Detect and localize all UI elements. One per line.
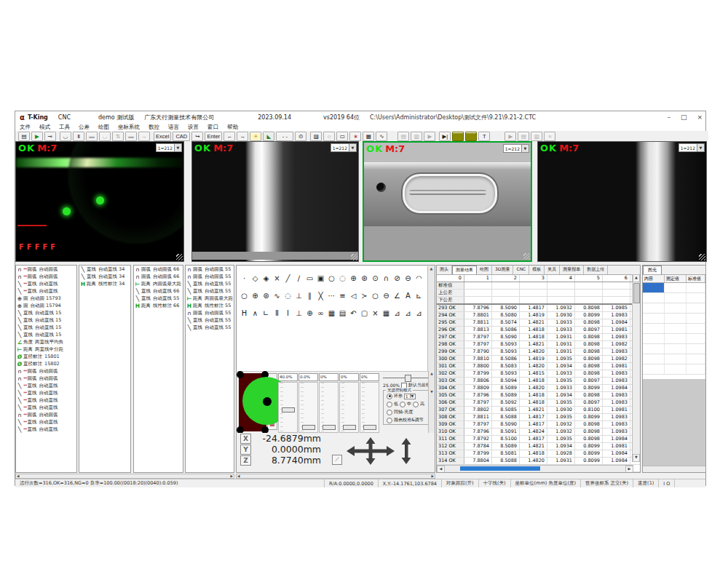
tool-icon-r3-2[interactable]: ∧: [250, 308, 261, 319]
tool-icon-r1-5[interactable]: ╱: [282, 273, 293, 284]
tool-icon-r3-5[interactable]: I: [282, 308, 293, 319]
tool-icon-r1-8[interactable]: ▣: [315, 273, 326, 284]
result-row-301[interactable]: 301 OK7.88008.50831.48201.09340.80981.09…: [437, 363, 640, 370]
step-button[interactable]: →: [138, 132, 150, 141]
pause-button[interactable]: ▮▮: [465, 132, 477, 141]
tab-2[interactable]: 测量结果: [452, 266, 477, 274]
measure-item[interactable]: H距离线性标注66: [134, 302, 183, 309]
resize-grip[interactable]: [176, 254, 183, 260]
result-row-295[interactable]: 295 OK7.88118.50741.48211.09330.80981.09…: [437, 319, 640, 327]
slider-track[interactable]: [360, 382, 379, 433]
element-cell[interactable]: [687, 314, 705, 323]
measure-item[interactable]: ∩圆弧自动圆弧55: [186, 273, 234, 280]
tool-icon-r1-7[interactable]: ▭: [304, 273, 315, 284]
measure-item[interactable]: ∩圆弧自动圆弧66: [134, 273, 183, 280]
element-row[interactable]: [643, 364, 705, 375]
tool-icon-r3-1[interactable]: H: [239, 308, 250, 319]
tab-element[interactable]: 图元: [643, 266, 662, 274]
measure-item[interactable]: ╲直线自动直线34: [79, 266, 130, 273]
measure-item[interactable]: Ø直径标注15802: [16, 360, 76, 367]
next-button[interactable]: →: [237, 132, 248, 141]
slider-thumb[interactable]: [282, 407, 295, 412]
result-row-305[interactable]: 305 OK7.87968.50891.48181.09340.80981.09…: [437, 392, 640, 399]
tool-icon-r3-13[interactable]: ×: [370, 308, 381, 319]
tool-icon-r1-9[interactable]: ○: [326, 273, 337, 284]
element-cell[interactable]: [643, 354, 665, 364]
tool-icon-r3-12[interactable]: ▢: [359, 308, 370, 319]
element-cell[interactable]: [665, 334, 687, 343]
tool-icon-r2-4[interactable]: ∿: [272, 290, 282, 301]
measure-item[interactable]: ╲直线自动直线34: [79, 273, 130, 280]
measure-item[interactable]: ╲***直线自动直线: [16, 280, 76, 287]
element-cell[interactable]: [665, 303, 687, 313]
level-low-radio[interactable]: [387, 402, 392, 407]
light-slider-1[interactable]: 40.0%: [278, 373, 298, 433]
tool-icon-r1-10[interactable]: ◌: [337, 273, 348, 284]
tool-icon-r2-6[interactable]: ⊥: [293, 290, 304, 301]
tab-3[interactable]: 绘图: [477, 266, 492, 274]
element-cell[interactable]: [665, 344, 687, 354]
tool-icon-r1-11[interactable]: ⊕: [348, 273, 359, 284]
element-row[interactable]: [643, 283, 705, 293]
tool-icon-r3-17[interactable]: ⊿: [414, 308, 424, 319]
measure-item[interactable]: ╲直线自动直线55: [186, 324, 234, 331]
tool-icon-r2-3[interactable]: ⊛: [261, 290, 272, 301]
tool-icon-r1-3[interactable]: ◈: [261, 273, 272, 284]
result-row-299[interactable]: 299 OK7.87908.50931.48201.09310.80981.09…: [437, 348, 640, 356]
result-row-308[interactable]: 308 OK7.88118.50881.48171.09350.80991.09…: [437, 414, 640, 421]
probe-path-button[interactable]: ⊸: [44, 132, 56, 141]
menu-item-4[interactable]: 公差: [74, 124, 94, 131]
element-cell[interactable]: [643, 344, 665, 354]
camera-2-view[interactable]: OKM:7 1=212▼: [191, 141, 359, 262]
light-bulb-button[interactable]: ☀: [250, 132, 261, 141]
results-hscrollbar[interactable]: ◀▶: [437, 465, 633, 472]
image-view-button[interactable]: ◣: [263, 132, 274, 141]
measure-item[interactable]: ∩圆弧自动圆弧66: [134, 266, 183, 273]
tool-icon-r2-2[interactable]: ⊕: [250, 290, 261, 301]
light-slider-3[interactable]: 0%: [319, 373, 339, 433]
element-cell[interactable]: [687, 344, 705, 354]
element-cell[interactable]: [665, 354, 687, 364]
element-cell[interactable]: [643, 324, 665, 333]
tab-8[interactable]: 测量报单: [560, 266, 584, 274]
measure-item[interactable]: Ø直径标注15801: [16, 353, 76, 360]
camera-scale-dropdown[interactable]: 1=212▼: [503, 144, 529, 153]
element-row[interactable]: [643, 293, 705, 303]
save-button[interactable]: ▤: [18, 132, 30, 141]
run-to-end-button[interactable]: ▶|: [439, 132, 451, 141]
tab-5[interactable]: CNC: [513, 266, 529, 274]
element-cell[interactable]: [687, 324, 705, 333]
stop-button[interactable]: ■: [452, 132, 464, 141]
curve-export-button[interactable]: ↪: [191, 132, 203, 141]
element-cell[interactable]: [665, 324, 687, 333]
measure-item[interactable]: ╲直线自动直线55: [134, 295, 183, 302]
flat-2-button[interactable]: ▬: [125, 132, 137, 141]
save-2-button[interactable]: ▤: [518, 132, 529, 141]
camera-scale-dropdown[interactable]: 1=212▼: [678, 143, 705, 152]
tab-7[interactable]: 夹具: [545, 266, 560, 274]
tool-icon-r3-9[interactable]: ▦: [326, 308, 337, 319]
tool-icon-r3-16[interactable]: ⊿: [403, 308, 414, 319]
tool-icon-r1-4[interactable]: ×: [272, 273, 282, 284]
tool-icon-r2-5[interactable]: ◌: [282, 290, 293, 301]
run-button[interactable]: ▶: [424, 132, 435, 141]
result-row-311[interactable]: 311 OK7.87928.51001.48171.09350.80981.09…: [437, 436, 640, 443]
slider-thumb[interactable]: [302, 425, 315, 430]
enter-button[interactable]: Enter: [205, 132, 222, 141]
element-row[interactable]: [643, 344, 705, 354]
tool-icon-r3-14[interactable]: ▦: [381, 308, 392, 319]
measure-item[interactable]: ╲***直线自动直线: [16, 418, 76, 426]
column-button[interactable]: Ⅱ: [73, 132, 84, 141]
result-row-303[interactable]: 303 OK7.88068.50941.48181.09350.80971.09…: [437, 378, 640, 385]
tool-icon-r1-13[interactable]: ⊙: [370, 273, 381, 284]
measure-item[interactable]: ╲直线自动直线15: [16, 324, 76, 331]
clear-button[interactable]: ×: [544, 132, 555, 141]
result-row-316[interactable]: 316 OK7.87968.50771.48211.09270.80981.09…: [437, 472, 640, 473]
level-mid-radio[interactable]: [400, 402, 405, 407]
camera-3-view-selected[interactable]: OKM:7 1=212▼: [363, 141, 532, 262]
result-row-306[interactable]: 306 OK7.87978.50921.48181.09350.80971.09…: [437, 399, 640, 407]
measure-item[interactable]: ∠角度两直线平均角: [16, 338, 76, 346]
tool-icon-r3-8[interactable]: ∞: [315, 308, 326, 319]
zoom-tool-button[interactable]: ⊙: [295, 132, 306, 141]
tool-icon-r2-12[interactable]: ≻: [359, 290, 370, 301]
